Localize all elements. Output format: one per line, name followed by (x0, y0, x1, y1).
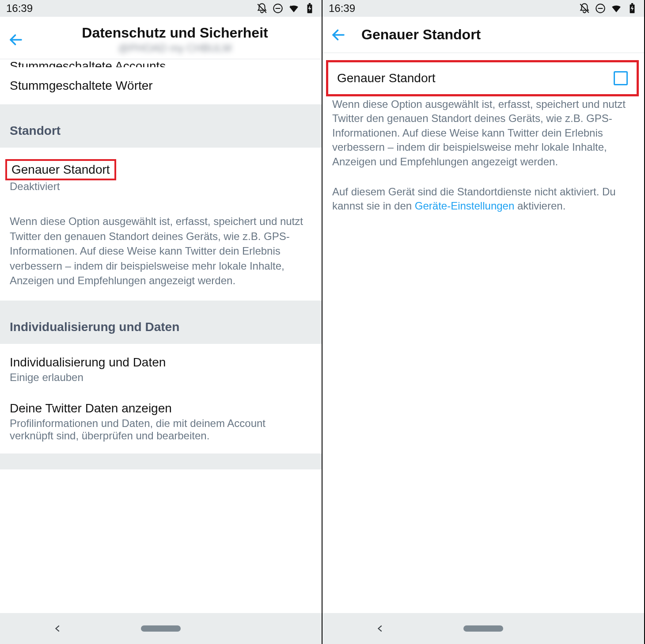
nav-back-icon[interactable] (53, 624, 63, 633)
statusbar: 16:39 (0, 0, 322, 17)
page-title: Genauer Standort (361, 27, 481, 43)
checkbox-row-precise-location[interactable]: Genauer Standort (326, 60, 639, 96)
content: Genauer Standort Wenn diese Option ausge… (322, 53, 644, 613)
highlight-box: Genauer Standort (5, 159, 116, 180)
android-navbar (322, 613, 644, 644)
dnd-icon (272, 3, 284, 14)
precise-location-desc: Wenn diese Option ausgewählt ist, erfass… (0, 196, 322, 301)
header: Datenschutz und Sicherheit @PHOAD my CHB… (0, 17, 322, 59)
statusbar-time: 16:39 (329, 2, 355, 15)
list-item-personalization[interactable]: Individualisierung und Daten Einige erla… (0, 344, 322, 395)
wifi-icon (611, 3, 622, 14)
statusbar-time: 16:39 (6, 2, 33, 15)
android-navbar (0, 613, 322, 644)
battery-icon (304, 3, 315, 14)
back-icon[interactable] (330, 27, 346, 43)
device-settings-link[interactable]: Geräte-Einstellungen (415, 200, 514, 212)
back-icon[interactable] (8, 32, 24, 48)
list-item-muted-accounts[interactable]: Stummgeschaltete Accounts (0, 59, 322, 67)
svg-rect-4 (309, 3, 311, 4)
settings-list: Stummgeschaltete Accounts Stummgeschalte… (0, 59, 322, 613)
page-title: Datenschutz und Sicherheit (82, 25, 268, 41)
list-item-twitter-data[interactable]: Deine Twitter Daten anzeigen Profilinfor… (0, 395, 322, 453)
dnd-icon (595, 3, 606, 14)
checkbox-label: Genauer Standort (337, 71, 614, 85)
list-item-precise-location[interactable]: Genauer Standort Deaktiviert (0, 148, 322, 196)
section-header-personalization: Individualisierung und Daten (0, 301, 322, 344)
bell-off-icon (256, 3, 268, 14)
header: Genauer Standort (322, 17, 644, 53)
precise-location-status: Deaktiviert (10, 180, 312, 193)
checkbox[interactable] (614, 71, 628, 85)
location-services-note: Auf diesem Gerät sind die Standortdienst… (322, 184, 644, 213)
nav-home-pill[interactable] (463, 625, 503, 632)
page-subtitle: @PHOAD my CHBULM (118, 42, 231, 54)
nav-back-icon[interactable] (376, 624, 385, 633)
precise-location-desc: Wenn diese Option ausgewählt ist, erfass… (322, 96, 644, 169)
svg-rect-10 (631, 3, 633, 4)
section-header-location: Standort (0, 104, 322, 148)
statusbar: 16:39 (322, 0, 644, 17)
list-item-muted-words[interactable]: Stummgeschaltete Wörter (0, 67, 322, 104)
bell-off-icon (579, 3, 590, 14)
phone-left: 16:39 Datenschutz und Sicherheit @PHOAD … (0, 0, 322, 644)
nav-home-pill[interactable] (141, 625, 181, 632)
spacer (0, 453, 322, 469)
phone-right: 16:39 Genauer Standort Genauer Standort (322, 0, 645, 644)
battery-icon (626, 3, 638, 14)
wifi-icon (288, 3, 300, 14)
